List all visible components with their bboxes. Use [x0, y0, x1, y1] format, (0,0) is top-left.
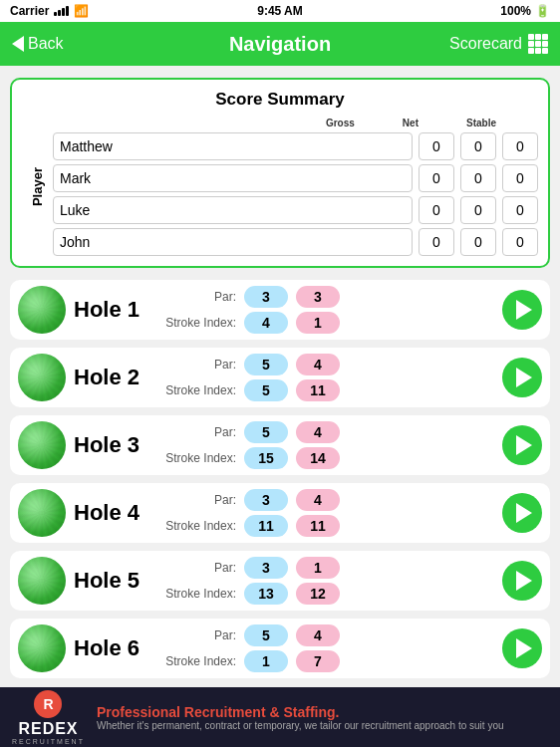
ad-logo: R REDEX RECRUITMENT	[12, 690, 85, 745]
net-score-0: 0	[460, 132, 496, 160]
hole-si-row-1: Stroke Index: 4 1	[161, 312, 494, 334]
par-label-5: Par:	[161, 561, 236, 575]
par-label-1: Par:	[161, 290, 236, 304]
stable-score-1: 0	[502, 164, 538, 192]
player-name-input-2[interactable]	[53, 196, 413, 224]
si-blue-1: 4	[244, 312, 288, 334]
back-button[interactable]: Back	[12, 35, 64, 53]
player-column-label: Player	[26, 167, 45, 206]
hole-row-4: Hole 4 Par: 3 4 Stroke Index: 11 11	[10, 483, 550, 543]
status-bar: Carrier 📶 9:45 AM 100% 🔋	[0, 0, 560, 22]
si-label-5: Stroke Index:	[161, 587, 236, 601]
gross-score-2: 0	[419, 196, 454, 224]
si-pink-4: 11	[296, 515, 340, 537]
score-summary-card: Score Summary Player Gross Net Stable	[10, 78, 550, 268]
player-row-3: 0 0 0	[53, 228, 538, 256]
hole-name-6: Hole 6	[74, 635, 153, 661]
back-label: Back	[28, 35, 64, 53]
si-blue-2: 5	[244, 379, 288, 401]
ad-banner[interactable]: R REDEX RECRUITMENT Professional Recruit…	[0, 687, 560, 747]
si-label-4: Stroke Index:	[161, 519, 236, 533]
hole-play-button-3[interactable]	[502, 425, 542, 465]
hole-details-1: Par: 3 3 Stroke Index: 4 1	[161, 286, 494, 334]
hole-details-2: Par: 5 4 Stroke Index: 5 11	[161, 354, 494, 401]
hole-ball-3	[18, 421, 66, 469]
back-arrow-icon	[12, 36, 24, 52]
hole-play-button-4[interactable]	[502, 493, 542, 533]
stable-score-0: 0	[502, 132, 538, 160]
stable-score-2: 0	[502, 196, 538, 224]
hole-row-2: Hole 2 Par: 5 4 Stroke Index: 5 11	[10, 348, 550, 407]
ad-logo-text: REDEX	[18, 720, 78, 738]
hole-details-3: Par: 5 4 Stroke Index: 15 14	[161, 421, 494, 469]
hole-par-row-6: Par: 5 4	[161, 624, 494, 646]
hole-si-row-4: Stroke Index: 11 11	[161, 515, 494, 537]
net-score-2: 0	[460, 196, 496, 224]
hole-si-row-6: Stroke Index: 1 7	[161, 650, 494, 672]
hole-name-5: Hole 5	[74, 568, 153, 594]
signal-icon	[54, 6, 69, 16]
hole-play-button-1[interactable]	[502, 290, 542, 330]
gross-score-0: 0	[419, 132, 454, 160]
hole-par-row-5: Par: 3 1	[161, 557, 494, 579]
par-blue-2: 5	[244, 354, 288, 375]
si-blue-3: 15	[244, 447, 288, 469]
hole-par-row-2: Par: 5 4	[161, 354, 494, 375]
player-name-input-3[interactable]	[53, 228, 413, 256]
player-name-input-0[interactable]	[53, 132, 413, 160]
battery-icon: 🔋	[535, 4, 550, 18]
gross-score-3: 0	[419, 228, 454, 256]
hole-play-button-5[interactable]	[502, 561, 542, 601]
hole-name-3: Hole 3	[74, 432, 153, 458]
play-triangle-icon-3	[516, 435, 532, 455]
par-blue-3: 5	[244, 421, 288, 443]
ad-text-2: Staffing.	[280, 704, 340, 720]
hole-name-1: Hole 1	[74, 297, 153, 323]
hole-row-5: Hole 5 Par: 3 1 Stroke Index: 13 12	[10, 551, 550, 611]
stable-header: Stable	[466, 118, 496, 128]
hole-si-row-3: Stroke Index: 15 14	[161, 447, 494, 469]
net-header: Net	[403, 118, 419, 128]
par-label-2: Par:	[161, 358, 236, 372]
gross-score-1: 0	[419, 164, 454, 192]
ad-logo-sub: RECRUITMENT	[12, 738, 85, 745]
hole-play-button-2[interactable]	[502, 358, 542, 397]
hole-ball-2	[18, 354, 66, 401]
player-row-2: 0 0 0	[53, 196, 538, 224]
player-name-input-1[interactable]	[53, 164, 413, 192]
status-time: 9:45 AM	[257, 4, 303, 18]
hole-par-row-1: Par: 3 3	[161, 286, 494, 308]
hole-details-6: Par: 5 4 Stroke Index: 1 7	[161, 624, 494, 672]
scorecard-button[interactable]: Scorecard	[449, 34, 548, 54]
si-label-3: Stroke Index:	[161, 451, 236, 465]
score-summary-title: Score Summary	[22, 90, 538, 110]
player-row-1: 0 0 0	[53, 164, 538, 192]
gross-header: Gross	[326, 118, 355, 128]
hole-name-4: Hole 4	[74, 500, 153, 526]
par-blue-4: 3	[244, 489, 288, 511]
hole-name-2: Hole 2	[74, 365, 153, 390]
hole-play-button-6[interactable]	[502, 628, 542, 668]
holes-list: Hole 1 Par: 3 3 Stroke Index: 4 1	[0, 280, 560, 686]
hole-par-row-4: Par: 3 4	[161, 489, 494, 511]
stable-score-3: 0	[502, 228, 538, 256]
hole-ball-1	[18, 286, 66, 334]
si-blue-5: 13	[244, 583, 288, 605]
si-pink-1: 1	[296, 312, 340, 334]
carrier-label: Carrier	[10, 4, 49, 18]
ad-main-text: Professional Recruitment & Staffing.	[97, 704, 548, 720]
ad-text-1: Professional Recruitment	[97, 704, 270, 720]
ad-logo-icon: R	[34, 690, 62, 718]
si-pink-6: 7	[296, 650, 340, 672]
par-blue-5: 3	[244, 557, 288, 579]
si-label-1: Stroke Index:	[161, 316, 236, 330]
par-pink-6: 4	[296, 624, 340, 646]
par-pink-5: 1	[296, 557, 340, 579]
play-triangle-icon-1	[516, 300, 532, 320]
status-right: 100% 🔋	[500, 4, 550, 18]
player-row-0: 0 0 0	[53, 132, 538, 160]
play-triangle-icon-4	[516, 503, 532, 523]
par-label-3: Par:	[161, 425, 236, 439]
net-score-3: 0	[460, 228, 496, 256]
par-blue-1: 3	[244, 286, 288, 308]
